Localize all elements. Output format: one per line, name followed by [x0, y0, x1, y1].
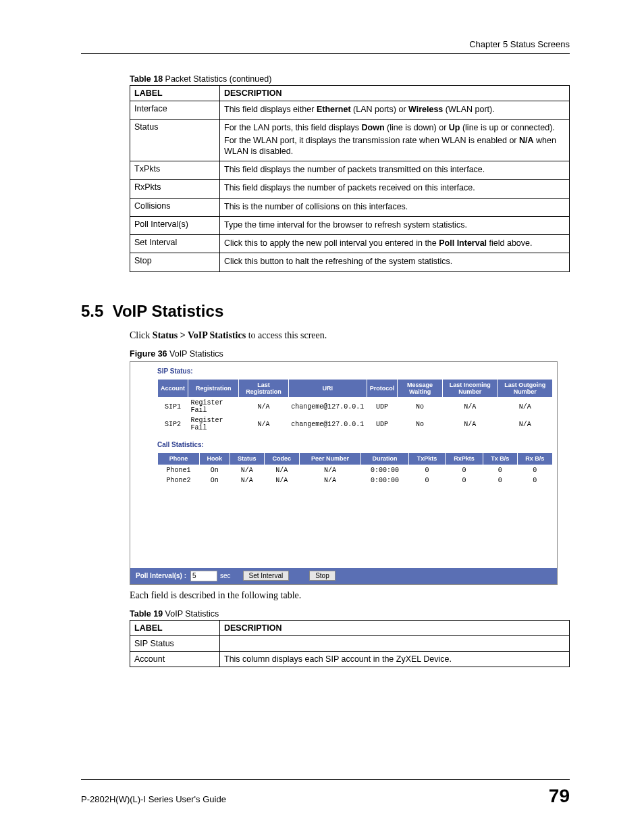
- table18-label-cell: Status: [130, 120, 220, 161]
- section-number: 5.5: [81, 302, 103, 320]
- call-th: Hook: [200, 453, 230, 465]
- page-footer: P-2802H(W)(L)-I Series User's Guide 79: [81, 779, 570, 807]
- intro-pre: Click: [130, 330, 153, 340]
- header-rule: [81, 53, 570, 54]
- sip-th: Last Registration: [239, 379, 288, 398]
- stop-button[interactable]: Stop: [309, 571, 336, 581]
- sip-cell: changeme@127.0.0.1: [288, 415, 367, 433]
- call-th: Peer Number: [299, 453, 361, 465]
- call-table: PhoneHookStatusCodecPeer NumberDurationT…: [157, 452, 553, 485]
- table19-caption-bold: Table 19: [130, 609, 163, 619]
- table-row: SIP1Register FailN/Achangeme@127.0.0.1UD…: [158, 398, 553, 416]
- table18-desc-cell: Click this to apply the new poll interva…: [220, 235, 570, 253]
- poll-sec-label: sec: [220, 572, 231, 579]
- table-row: SIP Status: [130, 635, 570, 651]
- table-row: SIP2Register FailN/Achangeme@127.0.0.1UD…: [158, 415, 553, 433]
- sip-cell: N/A: [239, 415, 288, 433]
- table-row: StopClick this button to halt the refres…: [130, 253, 570, 271]
- call-cell: 0: [517, 465, 552, 475]
- table18-desc-cell: Click this button to halt the refreshing…: [220, 253, 570, 271]
- call-cell: 0: [408, 475, 445, 486]
- call-th: Status: [230, 453, 265, 465]
- table18-desc-cell: This field displays the number of packet…: [220, 180, 570, 198]
- table18-label-cell: Poll Interval(s): [130, 216, 220, 234]
- sip-cell: SIP2: [158, 415, 188, 433]
- table18-th-desc: DESCRIPTION: [220, 86, 570, 101]
- table18-caption-bold: Table 18: [130, 74, 163, 84]
- call-statistics-title: Call Statistics:: [157, 441, 553, 448]
- sip-th: URI: [288, 379, 367, 398]
- table18-label-cell: TxPkts: [130, 161, 220, 180]
- section-title: VoIP Statistics: [113, 302, 224, 320]
- table-row: Poll Interval(s)Type the time interval f…: [130, 216, 570, 234]
- table19-th-desc: DESCRIPTION: [220, 620, 570, 635]
- table18-label-cell: Set Interval: [130, 235, 220, 253]
- table18-desc-cell: This field displays the number of packet…: [220, 161, 570, 180]
- sip-cell: N/A: [498, 398, 553, 416]
- sip-table: AccountRegistrationLast RegistrationURIP…: [157, 379, 553, 434]
- set-interval-button[interactable]: Set Interval: [243, 571, 290, 581]
- footer-rule: [81, 779, 570, 780]
- table-row: StatusFor the LAN ports, this field disp…: [130, 120, 570, 161]
- table-row: AccountThis column displays each SIP acc…: [130, 651, 570, 667]
- sip-th: Account: [158, 379, 188, 398]
- sip-th: Last Outgoing Number: [498, 379, 553, 398]
- call-th: RxPkts: [446, 453, 483, 465]
- sip-cell: N/A: [239, 398, 288, 416]
- table19-desc-cell: This column displays each SIP account in…: [220, 651, 570, 667]
- call-cell: N/A: [230, 465, 265, 475]
- table18-label-cell: Stop: [130, 253, 220, 271]
- call-cell: On: [200, 475, 230, 486]
- call-cell: N/A: [230, 475, 265, 486]
- table19-th-label: LABEL: [130, 620, 220, 635]
- sip-cell: N/A: [442, 398, 498, 416]
- voip-figure: SIP Status: AccountRegistrationLast Regi…: [130, 361, 558, 585]
- call-cell: 0: [483, 475, 517, 486]
- call-cell: N/A: [265, 465, 300, 475]
- section-heading: 5.5 VoIP Statistics: [81, 302, 570, 321]
- footer-guide-name: P-2802H(W)(L)-I Series User's Guide: [81, 794, 226, 804]
- intro-post: to access this screen.: [246, 330, 327, 340]
- sip-cell: Register Fail: [188, 415, 239, 433]
- sip-cell: UDP: [367, 398, 398, 416]
- sip-cell: UDP: [367, 415, 398, 433]
- call-cell: On: [200, 465, 230, 475]
- call-th: Tx B/s: [483, 453, 517, 465]
- sip-th: Registration: [188, 379, 239, 398]
- intro-bold: Status > VoIP Statistics: [153, 330, 246, 340]
- table19-label-cell: Account: [130, 651, 220, 667]
- sip-th: Message Waiting: [398, 379, 443, 398]
- table18: LABEL DESCRIPTION InterfaceThis field di…: [130, 85, 570, 272]
- figure36-caption: Figure 36 VoIP Statistics: [130, 349, 570, 359]
- sip-cell: N/A: [442, 415, 498, 433]
- table18-label-cell: RxPkts: [130, 180, 220, 198]
- sip-cell: changeme@127.0.0.1: [288, 398, 367, 416]
- table18-desc-cell: This is the number of collisions on this…: [220, 198, 570, 216]
- sip-th: Last Incoming Number: [442, 379, 498, 398]
- figure36-caption-bold: Figure 36: [130, 349, 167, 359]
- call-cell: Phone2: [158, 475, 200, 486]
- table-row: Set IntervalClick this to apply the new …: [130, 235, 570, 253]
- table18-th-label: LABEL: [130, 86, 220, 101]
- table18-label-cell: Collisions: [130, 198, 220, 216]
- table-row: Phone2OnN/AN/AN/A0:00:000000: [158, 475, 553, 486]
- poll-interval-input[interactable]: [190, 571, 217, 581]
- table-row: Phone1OnN/AN/AN/A0:00:000000: [158, 465, 553, 475]
- call-th: Codec: [265, 453, 300, 465]
- table19-desc-cell: [220, 635, 570, 651]
- sip-cell: No: [398, 415, 443, 433]
- call-cell: 0: [408, 465, 445, 475]
- sip-cell: SIP1: [158, 398, 188, 416]
- call-cell: 0: [517, 475, 552, 486]
- table18-caption: Table 18 Packet Statistics (continued): [130, 74, 570, 84]
- intro-paragraph: Click Status > VoIP Statistics to access…: [130, 330, 570, 341]
- call-cell: Phone1: [158, 465, 200, 475]
- call-th: Rx B/s: [517, 453, 552, 465]
- call-th: Phone: [158, 453, 200, 465]
- call-cell: 0:00:00: [361, 465, 409, 475]
- figure36-caption-rest: VoIP Statistics: [167, 349, 223, 359]
- table19-caption: Table 19 VoIP Statistics: [130, 609, 570, 619]
- table-row: RxPktsThis field displays the number of …: [130, 180, 570, 198]
- table19-caption-rest: VoIP Statistics: [163, 609, 219, 619]
- table18-desc-cell: This field displays either Ethernet (LAN…: [220, 101, 570, 120]
